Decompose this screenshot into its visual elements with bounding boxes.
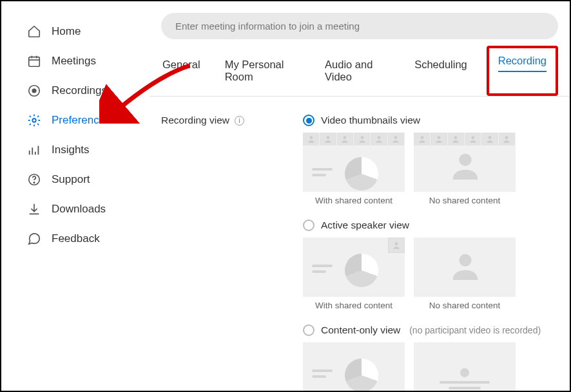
chat-icon <box>27 232 41 246</box>
sidebar-item-label: Insights <box>52 144 90 156</box>
preview-caption: With shared content <box>303 196 405 205</box>
svg-point-12 <box>34 182 34 183</box>
sidebar-item-label: Downloads <box>52 203 106 216</box>
search-input[interactable]: Enter meeting information to join a meet… <box>161 13 558 39</box>
tab-audio-video[interactable]: Audio and Video <box>324 47 391 96</box>
svg-point-15 <box>344 136 347 139</box>
sidebar-item-label: Recordings <box>52 84 107 97</box>
search-placeholder: Enter meeting information to join a meet… <box>175 21 360 32</box>
sidebar-item-label: Meetings <box>52 55 96 68</box>
tab-personal-room[interactable]: My Personal Room <box>224 47 302 96</box>
svg-point-26 <box>395 242 398 245</box>
svg-point-18 <box>394 136 398 139</box>
help-icon <box>27 173 41 187</box>
svg-point-20 <box>438 136 441 139</box>
radio-video-thumbnails[interactable] <box>303 115 315 126</box>
options-column: Video thumbnails view <box>303 115 558 392</box>
svg-point-16 <box>360 136 363 139</box>
sidebar-item-feedback[interactable]: Feedback <box>1 224 149 254</box>
option-content-only: Content-only view (no participant video … <box>303 324 558 392</box>
preview-image <box>414 238 516 297</box>
svg-rect-0 <box>29 57 40 67</box>
option-title: Video thumbnails view <box>321 115 420 126</box>
sidebar-item-label: Home <box>52 25 81 38</box>
sidebar-item-home[interactable]: Home <box>1 17 149 46</box>
svg-point-23 <box>489 136 492 139</box>
preview-image <box>303 342 405 392</box>
option-hint: (no participant video is recorded) <box>409 325 541 335</box>
record-icon <box>27 84 41 98</box>
preview-no-content: No shared content <box>414 238 516 310</box>
preview-image <box>414 133 516 192</box>
tab-recording[interactable]: Recording <box>498 55 547 72</box>
preview-image <box>303 238 405 297</box>
calendar-icon <box>27 54 41 68</box>
preview-row: With shared content <box>303 133 558 205</box>
preview-row: With shared content No shared content <box>303 342 558 392</box>
svg-point-22 <box>471 136 474 139</box>
preview-no-content: No shared content <box>414 342 516 392</box>
preview-caption: With shared content <box>303 301 405 310</box>
option-header[interactable]: Active speaker view <box>303 219 558 231</box>
tabs-row: General My Personal Room Audio and Video… <box>150 47 570 97</box>
preview-with-content: With shared content <box>303 342 405 392</box>
svg-point-14 <box>327 136 330 139</box>
preview-with-content: With shared content <box>303 133 405 205</box>
avatar-icon <box>450 250 480 280</box>
content-area: Recording view i Video thumbnails view <box>150 97 570 392</box>
sidebar-item-label: Preferences <box>52 114 111 127</box>
sidebar-item-downloads[interactable]: Downloads <box>1 194 149 224</box>
section-label: Recording view i <box>161 115 284 126</box>
info-icon[interactable]: i <box>235 116 244 126</box>
svg-point-13 <box>309 136 313 139</box>
sidebar-item-label: Support <box>52 173 90 186</box>
svg-point-24 <box>505 136 508 139</box>
preview-with-content: With shared content <box>303 238 405 310</box>
preview-caption: No shared content <box>414 301 516 310</box>
option-video-thumbnails: Video thumbnails view <box>303 115 558 205</box>
gear-icon <box>27 113 41 127</box>
svg-point-19 <box>420 136 423 139</box>
svg-point-17 <box>378 136 381 139</box>
option-active-speaker: Active speaker view With shared content <box>303 219 558 310</box>
radio-active-speaker[interactable] <box>303 219 315 231</box>
radio-content-only[interactable] <box>303 324 315 336</box>
sidebar-item-preferences[interactable]: Preferences <box>1 106 149 135</box>
sidebar-item-meetings[interactable]: Meetings <box>1 46 149 76</box>
avatar-icon <box>450 150 480 180</box>
svg-point-5 <box>32 89 36 93</box>
section-label-column: Recording view i <box>161 115 284 392</box>
preview-caption: No shared content <box>414 196 516 205</box>
sidebar-item-insights[interactable]: Insights <box>1 135 149 165</box>
section-label-text: Recording view <box>161 115 229 126</box>
preview-no-content: No shared content <box>414 133 516 205</box>
svg-point-25 <box>459 154 471 166</box>
tab-scheduling[interactable]: Scheduling <box>413 47 469 96</box>
preview-image <box>303 133 405 192</box>
svg-point-6 <box>32 118 36 122</box>
chart-icon <box>27 143 41 157</box>
home-icon <box>27 24 41 39</box>
preview-row: With shared content No shared content <box>303 238 558 310</box>
main-panel: Enter meeting information to join a meet… <box>150 1 570 391</box>
option-header[interactable]: Content-only view (no participant video … <box>303 324 558 336</box>
preview-image <box>414 342 516 392</box>
svg-point-27 <box>459 254 471 266</box>
download-icon <box>27 202 41 216</box>
sidebar: Home Meetings Recordings Preferences Ins… <box>1 1 150 391</box>
option-title: Active speaker view <box>321 219 409 231</box>
option-header[interactable]: Video thumbnails view <box>303 115 558 126</box>
option-title: Content-only view <box>321 324 400 336</box>
sidebar-item-label: Feedback <box>52 232 100 245</box>
sidebar-item-recordings[interactable]: Recordings <box>1 76 149 106</box>
tab-general[interactable]: General <box>161 47 202 96</box>
annotation-highlight-recording: Recording <box>487 46 558 96</box>
sidebar-item-support[interactable]: Support <box>1 165 149 194</box>
svg-point-21 <box>454 136 458 139</box>
